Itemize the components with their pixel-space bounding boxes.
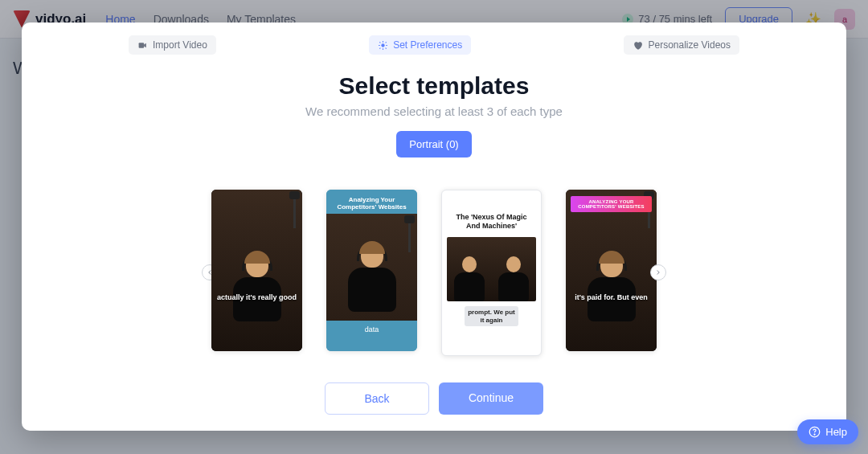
carousel-next-button[interactable] [650,264,666,280]
step-import-label: Import Video [153,39,207,51]
template-card-4[interactable]: ANALYZING YOUR COMPETITORS' WEBSITES it'… [566,190,657,351]
template-3-title: The 'Nexus Of Magic And Machines' [442,190,541,238]
template-card-2[interactable]: Analyzing Your Competitors' Websites dat… [326,190,417,351]
modal-footer: Back Continue [41,382,827,415]
aspect-pill-portrait[interactable]: Portrait (0) [396,131,471,157]
heart-icon [633,40,643,51]
step-import-video[interactable]: Import Video [129,35,216,55]
step-set-preferences[interactable]: Set Preferences [369,35,471,55]
video-icon [137,40,148,51]
help-button[interactable]: Help [797,419,858,444]
step-prefs-label: Set Preferences [393,39,462,51]
modal-title: Select templates [41,72,827,100]
template-thumb-2 [326,214,417,321]
template-thumb-1 [211,190,302,351]
continue-button[interactable]: Continue [439,382,543,415]
template-1-caption: actually it's really good [211,293,302,301]
help-icon [809,426,821,438]
template-3-caption: prompt. We put it again [465,306,518,326]
modal-subtitle: We recommend selecting at least 3 of eac… [41,104,827,118]
template-card-3[interactable]: The 'Nexus Of Magic And Machines' prompt… [441,190,542,356]
help-label: Help [825,426,847,438]
stepper: Import Video Set Preferences Personalize… [129,35,739,55]
step-personalize-videos[interactable]: Personalize Videos [624,35,739,55]
back-button[interactable]: Back [325,382,429,415]
svg-point-3 [814,434,815,435]
svg-point-1 [382,43,384,46]
template-4-banner: ANALYZING YOUR COMPETITORS' WEBSITES [571,196,652,212]
template-2-footer: data [326,321,417,351]
svg-rect-0 [139,43,145,48]
gear-icon [378,40,388,51]
template-carousel: actually it's really good Analyzing Your… [41,177,827,368]
arrow-right-icon [654,268,662,276]
step-personalize-label: Personalize Videos [648,39,731,51]
template-thumb-3 [447,237,536,301]
template-card-1[interactable]: actually it's really good [211,190,302,351]
template-modal: Import Video Set Preferences Personalize… [22,22,846,431]
modal-backdrop: Import Video Set Preferences Personalize… [0,0,868,454]
template-4-caption: it's paid for. But even [566,293,657,301]
template-thumb-4 [566,190,657,351]
